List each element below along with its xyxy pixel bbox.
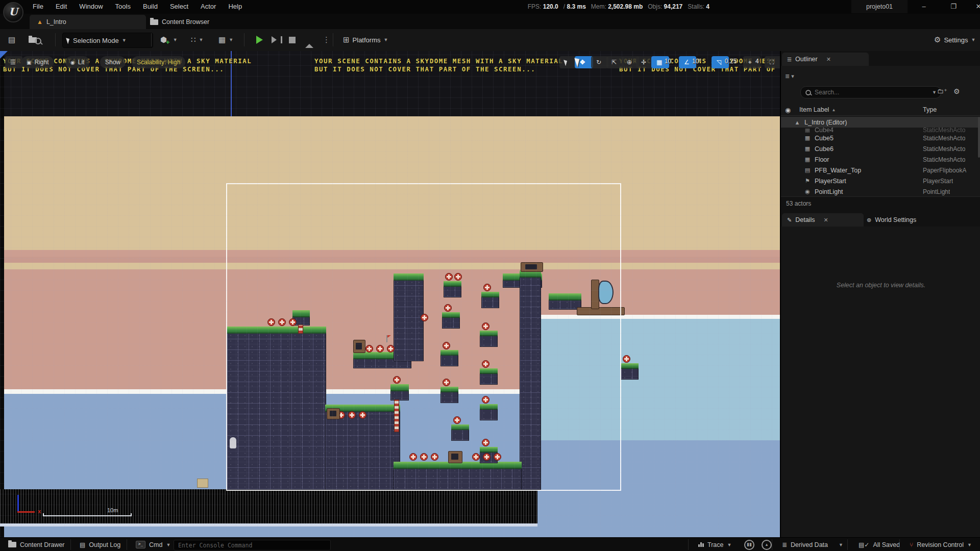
menu-actor[interactable]: Actor [194, 0, 222, 13]
revision-control-label: Revision Control [917, 541, 964, 548]
show-dropdown[interactable]: Show [100, 56, 126, 68]
revision-control-dropdown[interactable]: ⑂ Revision Control▼ [904, 539, 977, 550]
actor-type: StaticMeshActo [923, 135, 965, 142]
trace-dropdown[interactable]: Trace▼ [693, 539, 737, 550]
output-log-button[interactable]: ▤ Output Log [75, 539, 126, 550]
light-icon: ◉ [803, 188, 812, 195]
add-folder-icon[interactable]: 🗀⁺ [937, 87, 947, 95]
scale-tool-button[interactable]: ⇱ [606, 56, 624, 68]
outliner-row[interactable]: ▦FloorStaticMeshActo [781, 154, 980, 165]
grid-snap-value[interactable]: 10 [665, 58, 671, 65]
platform-tan-block[interactable] [197, 479, 208, 488]
details-tab-label: Details [795, 216, 815, 223]
content-drawer-label: Content Drawer [20, 541, 65, 548]
menu-edit[interactable]: Edit [50, 0, 73, 13]
lit-mode-dropdown[interactable]: ◉ Lit [65, 56, 89, 68]
menu-help[interactable]: Help [222, 0, 248, 13]
console-command-input[interactable]: Enter Console Command [174, 540, 331, 550]
unreal-logo-icon[interactable]: U [3, 2, 23, 22]
outliner-row[interactable]: ▤PFB_Water_TopPaperFlipbookA [781, 165, 980, 176]
trace-label: Trace [707, 541, 724, 548]
insights-snapshot-button[interactable]: ▴ [756, 539, 777, 550]
sphere-icon: ◉ [70, 60, 75, 65]
outliner-row[interactable]: ▦Cube5StaticMeshActo [781, 133, 980, 143]
platforms-dropdown[interactable]: ⊞ Platforms▼ [339, 33, 392, 47]
tab-level-label: L_Intro [46, 18, 66, 26]
flipbook-icon: ▤ [803, 167, 812, 173]
viewport-options-menu[interactable]: ☰ [5, 56, 22, 68]
outliner-body: ≣ ▾ Search... ▼ 🗀⁺ ⚙ ◉ Item Label▲ Type … [781, 66, 980, 196]
frame-skip-button[interactable] [267, 33, 286, 47]
outliner-row[interactable]: ⚑PlayerStartPlayerStart [781, 176, 980, 186]
cube-icon: ▦ [803, 128, 812, 133]
level-viewport[interactable]: YOUR SCENE CONTAINS A SKYDOME MESH WITH … [0, 51, 780, 537]
details-close-icon[interactable]: ✕ [823, 217, 828, 223]
item-label-column-header[interactable]: Item Label▲ [799, 104, 836, 115]
outliner-search-input[interactable]: Search... ▼ [800, 86, 941, 98]
actor-label: Cube4 [815, 128, 834, 133]
warning-text-line2: BUT IT DOES NOT COVER THAT PART OF THE S… [314, 65, 535, 73]
outliner-scrollbar[interactable] [978, 117, 980, 158]
tab-content-browser[interactable]: Content Browser [143, 15, 216, 29]
coin-actor[interactable] [623, 355, 630, 363]
close-button[interactable]: ✕ [967, 0, 980, 13]
menu-window[interactable]: Window [73, 0, 109, 13]
actor-label: PointLight [815, 188, 843, 195]
floating-block[interactable] [621, 363, 639, 380]
outliner-tab[interactable]: ☰ Outliner ✕ [782, 53, 869, 66]
maximize-viewport-button[interactable]: ⛶ [765, 56, 780, 68]
gear-icon: ⚙ [934, 35, 941, 44]
world-settings-tab[interactable]: ⊛ World Settings [862, 213, 921, 227]
view-orientation-dropdown[interactable]: ▣ Right [21, 56, 54, 68]
pause-circle-icon: ▮▮ [744, 540, 754, 550]
cmd-dropdown[interactable]: >_ Cmd▼ [131, 539, 176, 550]
menu-build[interactable]: Build [137, 0, 164, 13]
settings-dropdown[interactable]: ⚙ Settings▼ [930, 33, 979, 47]
rotate-tool-button[interactable]: ↻ [591, 56, 608, 68]
outliner-settings-gear-icon[interactable]: ⚙ [953, 87, 960, 95]
play-options-kebab[interactable]: ⋮ [318, 33, 334, 47]
rotation-snap-value[interactable]: 10° [692, 58, 701, 65]
content-drawer-button[interactable]: Content Drawer [3, 539, 70, 550]
type-column-header[interactable]: Type [923, 104, 937, 115]
browse-content-button[interactable] [24, 33, 51, 47]
visibility-column-header[interactable]: ◉ [785, 104, 791, 115]
outliner-row[interactable]: ▦Cube4StaticMeshActo [781, 128, 980, 133]
all-saved-button[interactable]: ▤✓ All Saved [853, 539, 905, 550]
cinematics-dropdown[interactable]: ▦▼ [214, 33, 237, 47]
actor-type: PlayerStart [923, 178, 953, 185]
settings-label: Settings [944, 36, 968, 44]
scale-bar-label: 10m [107, 507, 118, 513]
eject-button[interactable] [301, 33, 317, 47]
derived-data-label: Derived Data [791, 541, 828, 548]
menu-select[interactable]: Select [164, 0, 194, 13]
blueprints-dropdown[interactable]: ∷▼ [187, 33, 207, 47]
minimize-button[interactable]: – [913, 0, 935, 13]
camera-bounds-rect [226, 183, 621, 491]
search-icon [805, 90, 811, 95]
outliner-row[interactable]: ◉PointLightPointLight [781, 186, 980, 197]
project-title: projeto01 [851, 0, 908, 13]
selection-mode-dropdown[interactable]: Selection Mode ▼ [62, 33, 153, 48]
stop-button[interactable] [285, 33, 300, 47]
derived-data-dropdown[interactable]: ≣ Derived Data ▼ [777, 539, 848, 550]
cube-icon: ▦ [803, 135, 812, 141]
outliner-close-icon[interactable]: ✕ [826, 56, 831, 63]
add-actor-dropdown[interactable]: ⬢+▼ [156, 33, 182, 47]
restore-button[interactable]: ❐ [942, 0, 965, 13]
scale-snap-value[interactable]: 0.25 [725, 58, 737, 65]
details-tab[interactable]: ✎ Details ✕ [782, 213, 864, 227]
tab-level[interactable]: ▲ L_Intro [30, 15, 146, 29]
outliner-row-level[interactable]: ▲L_Intro (Editor) [781, 117, 980, 128]
menu-tools[interactable]: Tools [109, 0, 137, 13]
surface-snap-button[interactable]: ✢ [636, 56, 653, 68]
scalability-button[interactable]: Scalability: High [132, 56, 185, 68]
camera-speed-value[interactable]: 4 [755, 58, 759, 65]
outliner-row[interactable]: ▦Cube6StaticMeshActo [781, 143, 980, 154]
status-bar: Content Drawer ▤ Output Log >_ Cmd▼ Ente… [0, 537, 980, 551]
menu-file[interactable]: File [27, 0, 50, 13]
ground-strip [0, 489, 537, 523]
save-button[interactable]: ▤ [4, 33, 19, 47]
play-button[interactable] [252, 33, 267, 47]
filter-icon[interactable]: ≣ ▾ [785, 73, 794, 80]
